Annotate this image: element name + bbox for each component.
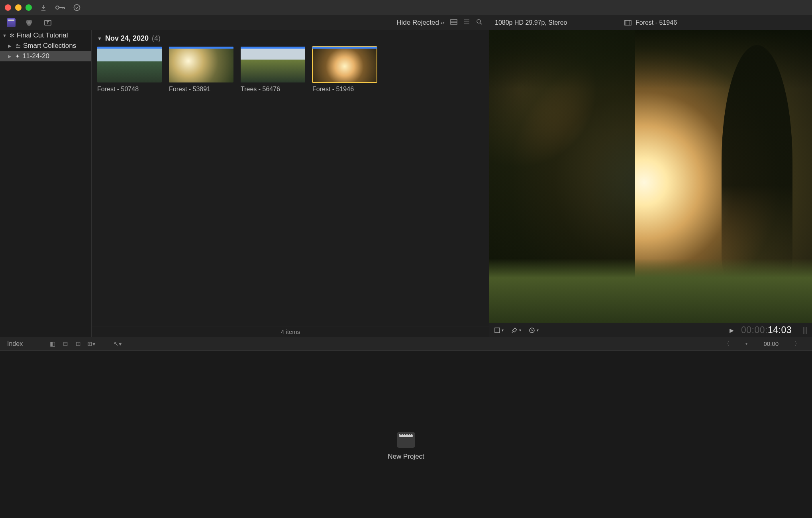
select-tool-button[interactable]: ↖▾	[114, 340, 121, 347]
smart-collections-label: Smart Collections	[23, 42, 76, 50]
browser-footer: 4 items	[92, 326, 489, 337]
timeline-area: Index ◧ ⊟ ⊡ ⊞▾ ↖▾ 〈 ▾ 00:00 〉 New Projec…	[0, 337, 812, 518]
svg-point-4	[27, 22, 31, 26]
media-tab-icon[interactable]	[6, 17, 17, 28]
browser-toolbar: Hide Rejected ▴▾	[92, 18, 489, 27]
svg-rect-9	[495, 328, 500, 333]
clip-thumbnail[interactable]	[312, 47, 377, 82]
event-row[interactable]: ▶ ✦ 11-24-20	[0, 51, 91, 61]
clip-grid: Forest - 50748 Forest - 53891 Trees - 56…	[92, 45, 489, 94]
clip-label: Trees - 56476	[241, 86, 305, 93]
connect-clip-button[interactable]: ◧	[49, 340, 56, 347]
viewer-clip-name: Forest - 51946	[635, 19, 677, 26]
tab-bar: Hide Rejected ▴▾ 1080p HD 29.97p, Stereo…	[0, 15, 812, 30]
timeline-history-menu[interactable]: ▾	[745, 341, 747, 346]
viewer-panel: ▾ ▾ ▾ ▶ 00:00:14:03	[489, 30, 812, 337]
clapperboard-icon	[397, 432, 415, 448]
timeline-timecode: 00:00	[763, 340, 779, 347]
retime-tool-button[interactable]: ▾	[528, 327, 539, 334]
svg-point-1	[74, 5, 80, 11]
transform-tool-button[interactable]: ▾	[494, 327, 504, 334]
filter-menu-label: Hide Rejected	[396, 19, 439, 27]
clip-item[interactable]: Forest - 51946	[312, 47, 377, 93]
append-clip-button[interactable]: ⊡	[75, 340, 82, 347]
event-date-label: Nov 24, 2020	[105, 34, 149, 43]
svg-point-0	[56, 6, 59, 9]
close-window-button[interactable]	[5, 4, 11, 11]
minimize-window-button[interactable]	[15, 4, 22, 11]
timeline-history-forward-button[interactable]: 〉	[794, 340, 800, 347]
index-button[interactable]: Index	[4, 339, 26, 348]
folder-icon: 🗀	[15, 43, 21, 49]
media-browser: ▼ Nov 24, 2020 (4) Forest - 50748 Forest…	[92, 30, 489, 337]
window-titlebar	[0, 0, 812, 15]
overwrite-clip-button[interactable]: ⊞▾	[87, 340, 94, 347]
event-icon: ✦	[15, 53, 20, 59]
event-heading[interactable]: ▼ Nov 24, 2020 (4)	[92, 30, 489, 45]
clip-thumbnail[interactable]	[241, 47, 305, 82]
clip-label: Forest - 51946	[312, 86, 377, 93]
library-sidebar: ▼ ✲ Final Cut Tutorial ▶ 🗀 Smart Collect…	[0, 30, 92, 337]
preview-image	[722, 45, 792, 279]
clip-label: Forest - 50748	[97, 86, 162, 93]
timecode-dim: 00:00:	[741, 325, 768, 335]
disclosure-triangle-icon[interactable]: ▶	[8, 43, 13, 49]
disclosure-triangle-icon[interactable]: ▼	[2, 33, 7, 38]
window-traffic-lights	[5, 4, 32, 11]
timeline-history-back-button[interactable]: 〈	[724, 340, 730, 347]
keyword-editor-button[interactable]	[55, 4, 65, 11]
sidebar-tab-icons	[0, 17, 92, 28]
timecode-bright: 14:03	[768, 325, 792, 335]
filter-menu[interactable]: Hide Rejected ▴▾	[396, 19, 445, 27]
item-count-label: 4 items	[281, 328, 300, 335]
event-label: 11-24-20	[22, 52, 49, 60]
preview-image	[489, 259, 812, 323]
search-icon[interactable]	[476, 18, 483, 27]
timecode-display[interactable]: 00:00:14:03	[741, 325, 792, 336]
svg-rect-6	[451, 20, 457, 24]
library-icon: ✲	[10, 32, 14, 39]
updown-icon: ▴▾	[441, 22, 445, 24]
effects-tab-icon[interactable]	[24, 17, 35, 28]
new-project-button[interactable]: New Project	[388, 432, 424, 461]
audio-meter-icon[interactable]	[803, 327, 807, 334]
viewer-toolbar: ▾ ▾ ▾ ▶ 00:00:14:03	[489, 323, 812, 337]
timeline-body[interactable]: New Project	[0, 351, 812, 518]
main-area: ▼ ✲ Final Cut Tutorial ▶ 🗀 Smart Collect…	[0, 30, 812, 337]
disclosure-triangle-icon[interactable]: ▼	[97, 36, 102, 41]
color-tool-button[interactable]: ▾	[511, 327, 521, 334]
svg-point-7	[477, 20, 481, 23]
clip-item[interactable]: Trees - 56476	[241, 47, 305, 93]
clip-thumbnail[interactable]	[169, 47, 233, 82]
background-tasks-button[interactable]	[71, 3, 83, 12]
clip-icon	[624, 20, 632, 26]
event-count-label: (4)	[152, 34, 161, 43]
clip-label: Forest - 53891	[169, 86, 233, 93]
import-media-button[interactable]	[37, 3, 49, 12]
titles-tab-icon[interactable]	[42, 17, 53, 28]
clip-item[interactable]: Forest - 53891	[169, 47, 233, 93]
play-icon[interactable]: ▶	[730, 327, 734, 334]
list-view-button[interactable]	[463, 19, 470, 27]
new-project-label: New Project	[388, 453, 424, 461]
clip-thumbnail[interactable]	[97, 47, 162, 82]
viewer-header: 1080p HD 29.97p, Stereo Forest - 51946	[489, 19, 812, 26]
library-label: Final Cut Tutorial	[17, 31, 68, 39]
disclosure-triangle-icon[interactable]: ▶	[8, 54, 13, 59]
viewer-canvas[interactable]	[489, 30, 812, 323]
library-row[interactable]: ▼ ✲ Final Cut Tutorial	[0, 30, 91, 41]
fullscreen-window-button[interactable]	[25, 4, 32, 11]
filmstrip-view-button[interactable]	[450, 19, 457, 27]
insert-clip-button[interactable]: ⊟	[62, 340, 69, 347]
clip-item[interactable]: Forest - 50748	[97, 47, 162, 93]
timeline-toolbar: Index ◧ ⊟ ⊡ ⊞▾ ↖▾ 〈 ▾ 00:00 〉	[0, 337, 812, 351]
video-format-label: 1080p HD 29.97p, Stereo	[495, 19, 624, 26]
smart-collections-row[interactable]: ▶ 🗀 Smart Collections	[0, 41, 91, 51]
